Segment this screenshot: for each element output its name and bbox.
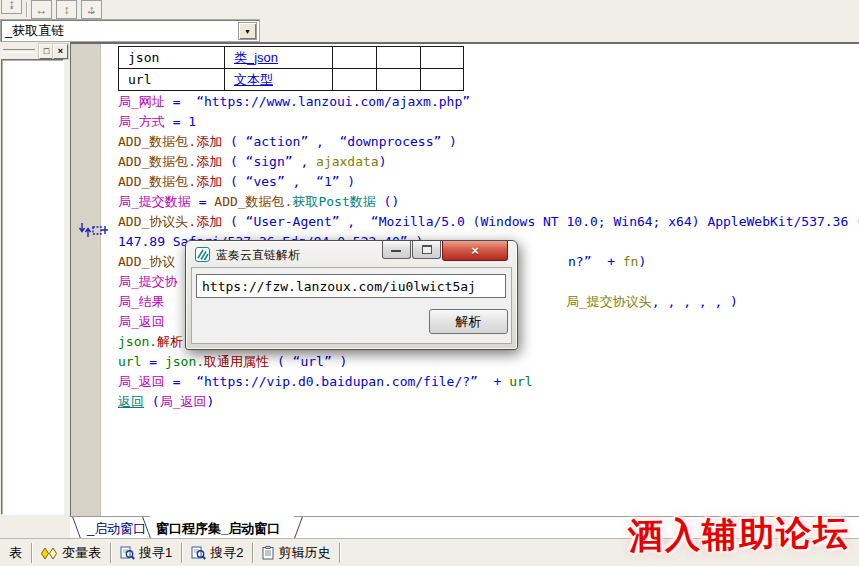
statusbar-tab-label: 搜寻2 <box>210 544 243 562</box>
code-line[interactable]: json.解析 <box>118 332 183 352</box>
search-icon <box>191 546 206 560</box>
panel-drag-handle[interactable] <box>3 49 35 53</box>
same-height-icon[interactable]: ↕ <box>56 0 77 19</box>
var-type-cell: 文本型 <box>225 69 333 91</box>
tab-edge <box>294 517 303 538</box>
tabbar-left-filler <box>0 516 70 538</box>
var-empty-cell[interactable] <box>333 69 377 91</box>
left-dock-panel: □ × <box>0 42 70 516</box>
statusbar-tab-剪辑历史[interactable]: 剪辑历史 <box>253 543 340 563</box>
dialog-caption-buttons: × <box>382 241 508 260</box>
center-vertical-icon[interactable]: ↨ <box>1 0 22 14</box>
share-url-input[interactable] <box>196 274 506 298</box>
current-line-marker-icon <box>78 222 108 238</box>
var-empty-cell[interactable] <box>421 69 464 91</box>
variables-icon <box>41 547 58 560</box>
variable-table: json类_jsonurl文本型 <box>118 46 464 91</box>
code-line[interactable]: 返回 (局_返回) <box>118 392 214 412</box>
clipboard-icon <box>262 546 274 560</box>
lanzou-parse-dialog[interactable]: 蓝奏云直链解析 × 解析 <box>185 240 518 350</box>
code-line[interactable]: ADD_协议头.添加 ( “User-Agent” , “Mozilla/5.0… <box>118 212 859 232</box>
ide-window: ↨ ↔ ↕ ↔ ↕ _获取直链 ▼ □ × <box>0 0 859 566</box>
tab-startup-window[interactable]: _启动窗口 <box>87 520 146 538</box>
var-table-row: url文本型 <box>119 69 464 91</box>
code-line[interactable]: ADD_协议n?” + fn) <box>118 252 175 272</box>
code-line-tail[interactable]: n?” + fn) <box>568 252 646 272</box>
method-combo-row: _获取直链 ▼ <box>0 19 859 42</box>
panel-client-area[interactable] <box>1 59 64 515</box>
tab-edge <box>72 517 81 538</box>
statusbar-tab-label: 剪辑历史 <box>278 544 330 562</box>
combobox-dropdown-icon[interactable]: ▼ <box>238 22 257 40</box>
code-line[interactable]: ADD_数据包.添加 ( “sign” , ajaxdata) <box>118 152 387 172</box>
editor-gutter <box>71 44 101 518</box>
code-line[interactable]: ADD_数据包.添加 ( “action” , “downprocess” ) <box>118 132 457 152</box>
code-line[interactable]: 局_提交数据 = ADD_数据包.获取Post数据 () <box>118 192 399 212</box>
statusbar-tab-变量表[interactable]: 变量表 <box>32 543 111 563</box>
panel-maximize-icon[interactable]: □ <box>39 44 54 59</box>
maximize-icon[interactable] <box>412 241 441 259</box>
panel-close-icon[interactable]: × <box>53 44 68 59</box>
center-vertical-glyph: ↨ <box>9 0 15 11</box>
search-icon <box>120 546 135 560</box>
same-height-glyph: ↕ <box>64 3 70 17</box>
code-line[interactable]: 局_结果局_提交协议头, , , , , ) <box>118 292 165 312</box>
parse-button[interactable]: 解析 <box>429 309 508 334</box>
code-line[interactable]: 局_提交协 <box>118 272 178 292</box>
statusbar-tab-label: 变量表 <box>62 544 101 562</box>
statusbar-items: 表变量表搜寻1搜寻2剪辑历史 <box>0 539 340 566</box>
statusbar-tab-搜寻2[interactable]: 搜寻2 <box>182 543 253 563</box>
active-tab-gap <box>150 516 294 517</box>
same-size-icon[interactable]: ↔ ↕ <box>81 0 102 19</box>
code-line-tail[interactable]: 局_提交协议头, , , , , ) <box>566 292 738 312</box>
same-width-glyph: ↔ <box>36 3 48 17</box>
code-line[interactable]: ADD_数据包.添加 ( “ves” , “1” ) <box>118 172 355 192</box>
code-line[interactable]: 局_返回 = “https://vip.d0.baidupan.com/file… <box>118 372 533 392</box>
var-name-cell[interactable]: url <box>119 69 225 91</box>
close-icon[interactable]: × <box>442 241 508 261</box>
code-line[interactable]: 局_方式 = 1 <box>118 112 196 132</box>
var-empty-cell[interactable] <box>377 47 421 69</box>
code-line[interactable]: 局_返回 <box>118 312 165 332</box>
var-table-body: json类_jsonurl文本型 <box>119 47 464 91</box>
var-empty-cell[interactable] <box>333 47 377 69</box>
dialog-client-area: 解析 <box>191 267 512 344</box>
var-type-link[interactable]: 文本型 <box>234 72 273 87</box>
statusbar-tab-搜寻1[interactable]: 搜寻1 <box>111 543 182 563</box>
forum-watermark: 酒入辅助论坛 <box>628 509 851 560</box>
var-empty-cell[interactable] <box>421 47 464 69</box>
var-empty-cell[interactable] <box>377 69 421 91</box>
var-name-cell[interactable]: json <box>119 47 225 69</box>
tab-window-program-set[interactable]: 窗口程序集_启动窗口 <box>156 520 280 538</box>
statusbar-tab-表[interactable]: 表 <box>0 543 32 563</box>
minimize-icon[interactable] <box>382 241 411 259</box>
code-line[interactable]: 局_网址 = “https://www.lanzoui.com/ajaxm.ph… <box>118 92 470 112</box>
statusbar-tab-label: 表 <box>9 544 22 562</box>
statusbar-tab-label: 搜寻1 <box>139 544 172 562</box>
dialog-title[interactable]: 蓝奏云直链解析 <box>216 247 300 264</box>
elang-logo-icon <box>195 247 210 262</box>
method-combobox[interactable]: _获取直链 ▼ <box>0 19 260 42</box>
toolbar-separator <box>26 2 27 17</box>
var-type-cell: 类_json <box>225 47 333 69</box>
var-type-link[interactable]: 类_json <box>234 50 278 65</box>
var-table-row: json类_json <box>119 47 464 69</box>
method-combobox-value: _获取直链 <box>5 22 64 40</box>
code-line[interactable]: url = json.取通用属性 ( “url” ) <box>118 352 347 372</box>
toolbar: ↨ ↔ ↕ ↔ ↕ <box>0 0 859 20</box>
same-width-icon[interactable]: ↔ <box>31 0 52 19</box>
